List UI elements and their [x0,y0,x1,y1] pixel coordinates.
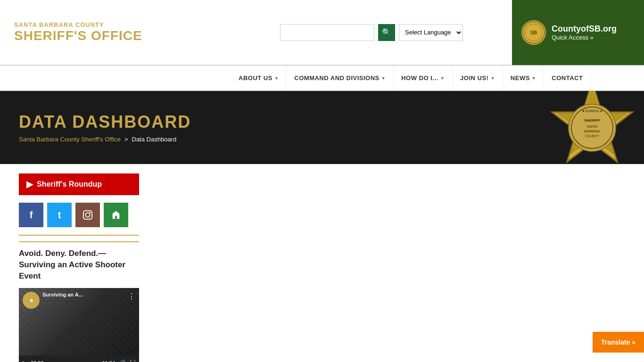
main-content: ▶ Sheriff's Roundup f t Avoid. D [0,164,644,362]
divider-2 [19,241,139,242]
svg-point-14 [90,212,91,214]
svg-text:★ EUREKA ★: ★ EUREKA ★ [582,109,603,113]
instagram-icon[interactable] [75,203,100,227]
search-input[interactable] [280,24,374,41]
site-branding: SANTA BARBARA COUNTY SHERIFF'S OFFICE [0,12,231,53]
current-time: 00:00 [31,360,44,362]
svg-rect-12 [83,211,92,219]
play-pause-button[interactable]: ▶ [23,360,27,362]
video-channel-icon: ★ [23,292,40,309]
svg-text:SANTA: SANTA [587,125,598,128]
svg-text:SB: SB [530,30,537,35]
hero-banner: DATA DASHBOARD Santa Barbara County Sher… [0,91,644,164]
county-name: CountyofSB.org Quick Access » [552,24,617,41]
main-area [153,173,625,362]
svg-text:★: ★ [29,298,34,303]
svg-text:SHERIFF: SHERIFF [584,118,600,123]
nav-item-joinus[interactable]: JOIN US! ▼ [453,66,503,90]
translate-button[interactable]: Translate » [593,332,644,353]
svg-text:BARBARA: BARBARA [584,130,600,133]
breadcrumb-current: Data Dashboard [132,136,177,143]
chevron-down-icon: ▼ [274,76,279,81]
org-subtitle: SANTA BARBARA COUNTY [14,21,217,28]
nav-item-command[interactable]: COMMAND AND DIVISIONS ▼ [287,66,394,90]
facebook-icon[interactable]: f [19,203,43,227]
social-links: f t [19,203,139,227]
svg-text:COUNTY: COUNTY [585,134,599,138]
fullscreen-button[interactable]: ⛶ [130,360,135,362]
page-title: DATA DASHBOARD [19,112,191,132]
nav-item-howdoi[interactable]: HOW DO I... ▼ [394,66,453,90]
total-duration: 11:34 [102,360,115,362]
chevron-down-icon: ▼ [381,76,386,81]
chevron-down-icon: ▼ [440,76,445,81]
search-button[interactable]: 🔍 [378,24,395,41]
svg-point-13 [85,213,90,217]
article-title: Avoid. Deny. Defend.— Surviving an Activ… [19,248,139,281]
breadcrumb-home[interactable]: Santa Barbara County Sheriff's Office [19,136,121,143]
sidebar: ▶ Sheriff's Roundup f t Avoid. D [19,173,139,362]
nextdoor-icon[interactable] [104,203,128,227]
org-title: SHERIFF'S OFFICE [14,28,217,43]
sheriff-badge-image: SHERIFF SANTA BARBARA COUNTY ★ EUREKA ★ [540,91,644,164]
video-title-overlay: Surviving an A... [42,292,118,297]
twitter-icon[interactable]: t [47,203,72,227]
hero-content: DATA DASHBOARD Santa Barbara County Sher… [0,112,210,143]
main-nav: ABOUT US ▼ COMMAND AND DIVISIONS ▼ HOW D… [0,65,644,91]
youtube-button[interactable]: ▶ Sheriff's Roundup [19,173,139,195]
video-player: ★ Surviving an A... ⋮ ▶ 00:00 [19,288,139,362]
county-bar: SB CountyofSB.org Quick Access » [512,0,644,65]
breadcrumb: Santa Barbara County Sheriff's Office > … [19,136,191,143]
volume-button[interactable]: 🔊 [119,360,126,362]
search-icon: 🔍 [382,28,391,37]
breadcrumb-separator: > [124,136,128,143]
video-options-icon[interactable]: ⋮ [128,292,135,301]
video-thumbnail: ★ Surviving an A... ⋮ [19,288,139,355]
divider-1 [19,235,139,236]
language-select[interactable]: Select Language [399,24,463,41]
quick-access-link[interactable]: Quick Access » [552,34,617,41]
youtube-icon: ▶ [26,179,33,189]
nav-item-contact[interactable]: CONTACT [544,66,591,90]
search-area: 🔍 Select Language [231,24,512,41]
chevron-down-icon: ▼ [490,76,495,81]
nav-item-about[interactable]: ABOUT US ▼ [231,66,287,90]
nav-item-news[interactable]: NEWS ▼ [503,66,544,90]
chevron-down-icon: ▼ [532,76,536,81]
video-controls: ▶ 00:00 11:34 🔊 ⛶ [19,355,139,362]
county-seal-icon: SB [521,20,546,45]
